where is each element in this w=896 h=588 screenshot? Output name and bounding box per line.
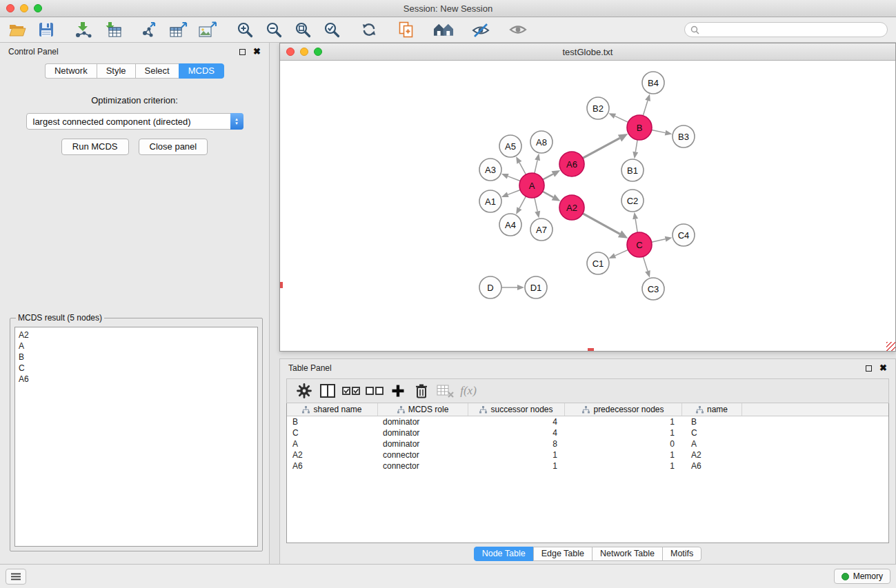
mcds-result-item[interactable]: C [19, 363, 254, 374]
table-cell[interactable]: 1 [564, 427, 681, 438]
settings-gear-icon[interactable] [292, 381, 316, 401]
export-network-icon[interactable] [139, 20, 160, 39]
graph-node-A6[interactable]: A6 [559, 152, 584, 176]
table-cell[interactable]: B [681, 416, 741, 427]
close-panel-button[interactable]: Close panel [139, 139, 208, 155]
table-cell[interactable]: 4 [468, 416, 564, 427]
table-cell[interactable]: 1 [564, 449, 681, 460]
table-cell[interactable]: dominator [377, 416, 468, 427]
table-cell[interactable]: A6 [681, 460, 741, 472]
table-cell[interactable]: A2 [287, 449, 377, 460]
select-all-icon[interactable] [339, 381, 363, 401]
zoom-fit-icon[interactable] [292, 20, 313, 39]
close-panel-icon[interactable]: ✖ [253, 48, 261, 55]
window-resize-grip[interactable] [886, 342, 895, 351]
edge-A-A7[interactable] [535, 198, 537, 212]
save-session-icon[interactable] [36, 20, 57, 39]
table-cell[interactable]: B [287, 416, 377, 427]
delete-row-icon[interactable] [410, 381, 433, 401]
graph-node-C2[interactable]: C2 [621, 190, 644, 212]
graph-node-B3[interactable]: B3 [673, 125, 695, 148]
mcds-result-item[interactable]: A [19, 341, 254, 352]
table-cell[interactable]: connector [377, 449, 468, 460]
window-edge-handle-bottom[interactable] [588, 348, 594, 351]
graph-node-A2[interactable]: A2 [559, 195, 584, 220]
float-table-panel-icon[interactable] [866, 365, 872, 372]
tab-mcds[interactable]: MCDS [179, 63, 224, 79]
table-cell[interactable]: 1 [468, 449, 564, 460]
zoom-window-button[interactable] [34, 4, 42, 12]
graph-node-C[interactable]: C [627, 232, 652, 257]
table-cell[interactable]: 1 [468, 460, 564, 472]
tab-select[interactable]: Select [135, 63, 179, 79]
table-cell[interactable]: A6 [287, 460, 377, 472]
network-window-titlebar[interactable]: testGlobe.txt [280, 43, 895, 61]
graph-node-D[interactable]: D [479, 276, 501, 298]
table-row[interactable]: Bdominator41B [287, 416, 888, 427]
graph-node-B[interactable]: B [627, 115, 652, 140]
column-header-mcds-role[interactable]: MCDS role [377, 403, 468, 416]
edge-C-C1[interactable] [615, 250, 628, 256]
tab-style[interactable]: Style [97, 63, 135, 79]
edge-A-A3[interactable] [508, 176, 520, 181]
edge-A-A2[interactable] [543, 192, 553, 197]
mcds-result-item[interactable]: B [19, 352, 254, 363]
edge-A-A5[interactable] [519, 163, 526, 174]
table-cell[interactable]: 1 [564, 416, 681, 427]
zoom-out-icon[interactable] [263, 20, 284, 39]
graph-node-A1[interactable]: A1 [479, 190, 501, 212]
edge-A-A6[interactable] [543, 174, 553, 180]
birds-eye-icon[interactable] [508, 20, 528, 39]
column-selector-icon[interactable] [316, 381, 339, 401]
graph-node-C4[interactable]: C4 [673, 224, 695, 246]
table-cell[interactable]: 0 [564, 438, 681, 449]
tab-motifs[interactable]: Motifs [662, 547, 701, 561]
network-zoom-button[interactable] [314, 48, 322, 56]
table-cell[interactable]: 8 [468, 438, 564, 449]
close-table-panel-icon[interactable]: ✖ [879, 365, 887, 372]
open-session-icon[interactable] [7, 20, 28, 39]
graph-node-B1[interactable]: B1 [621, 159, 644, 181]
graph-node-C3[interactable]: C3 [642, 278, 664, 300]
tab-network[interactable]: Network [45, 63, 97, 79]
mcds-result-item[interactable]: A6 [19, 374, 254, 385]
edge-A-A1[interactable] [508, 190, 520, 194]
edge-B-B2[interactable] [615, 116, 628, 122]
table-cell[interactable]: dominator [377, 438, 468, 449]
network-close-button[interactable] [286, 48, 295, 56]
criterion-dropdown[interactable]: largest connected component (directed) ▲… [26, 113, 243, 130]
edge-C-C4[interactable] [652, 239, 666, 242]
graph-node-A7[interactable]: A7 [530, 219, 552, 241]
edge-B-B1[interactable] [635, 140, 637, 152]
minimize-window-button[interactable] [20, 4, 28, 12]
float-panel-icon[interactable] [239, 49, 246, 55]
unselect-all-icon[interactable] [363, 381, 386, 401]
import-network-icon[interactable] [73, 20, 94, 39]
table-cell[interactable]: A [287, 438, 377, 449]
network-canvas[interactable]: B4B2BB3A8A5A6A3B1AC2A1A2A4A7C4CC1DD1C3 [280, 61, 895, 351]
search-input[interactable] [703, 25, 882, 34]
close-window-button[interactable] [6, 4, 14, 12]
table-cell[interactable]: C [287, 427, 377, 438]
run-mcds-button[interactable]: Run MCDS [61, 139, 129, 155]
graph-node-D1[interactable]: D1 [525, 276, 547, 298]
panel-menu-button[interactable] [6, 569, 26, 585]
graphics-details-icon[interactable] [470, 20, 491, 39]
table-cell[interactable]: A2 [681, 449, 741, 460]
mcds-result-item[interactable]: A2 [19, 330, 254, 341]
table-cell[interactable]: C [681, 427, 741, 438]
tab-node-table[interactable]: Node Table [474, 547, 534, 561]
search-box[interactable] [684, 22, 888, 37]
column-header-name[interactable]: name [681, 403, 741, 416]
edge-B-B3[interactable] [652, 130, 666, 133]
network-minimize-button[interactable] [300, 48, 308, 56]
table-cell[interactable]: dominator [377, 427, 468, 438]
zoom-selected-icon[interactable] [321, 20, 342, 39]
table-row[interactable]: Cdominator41C [287, 427, 888, 438]
copy-document-icon[interactable] [396, 20, 417, 39]
edge-B-B4[interactable] [643, 101, 648, 116]
table-cell[interactable]: connector [377, 460, 468, 472]
table-row[interactable]: A6connector11A6 [287, 460, 888, 472]
graph-node-C1[interactable]: C1 [587, 252, 609, 274]
add-row-icon[interactable] [386, 381, 410, 401]
